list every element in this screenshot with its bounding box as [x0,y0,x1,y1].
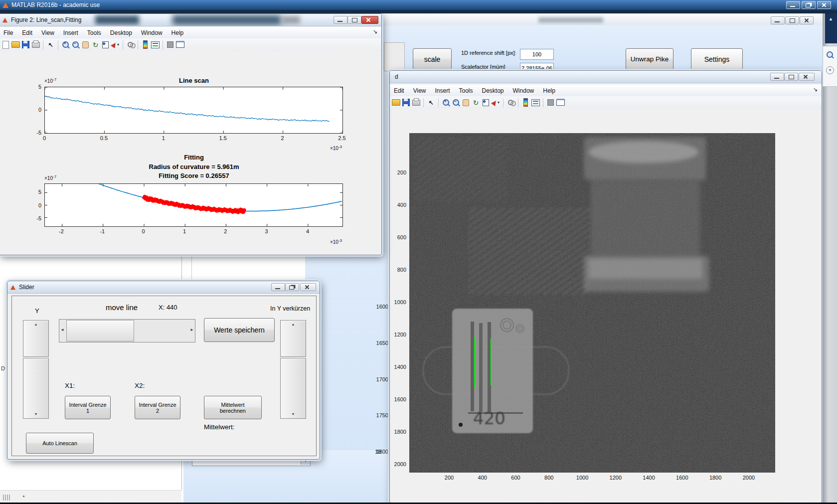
move-line-slider-track[interactable]: ◄ ► [59,319,195,342]
werte-speichern-button[interactable]: Werte speichern [204,318,275,342]
menu-item[interactable]: Desktop [482,87,504,94]
save-icon[interactable] [402,98,410,107]
dock-arrow-icon[interactable]: ↘ [813,86,818,93]
search-icon[interactable] [827,51,833,58]
interval-grenze1-button[interactable]: Interval Grenze 1 [65,396,111,419]
legend-icon[interactable] [151,40,160,49]
menu-item[interactable]: Tools [87,29,101,36]
slider-titlebar[interactable]: Slider [7,281,320,294]
tick-label: 3 [257,228,277,234]
dock-window-icon[interactable] [176,40,184,49]
menu-item[interactable]: Help [171,29,184,36]
pan-hand-icon[interactable] [462,98,470,107]
menu-item[interactable]: File [3,29,13,36]
in-y-scrollbar-down[interactable]: ▼ [280,358,306,419]
in-y-scrollbar-up[interactable]: ▲ [280,320,306,357]
dock-square-icon[interactable] [166,40,174,49]
dock-window-icon[interactable] [556,98,565,107]
menu-item[interactable]: Insert [435,87,450,94]
pan-hand-icon[interactable] [81,40,90,49]
slider-thumb[interactable] [66,320,134,341]
zoom-in-icon[interactable]: + [442,98,450,107]
legend-icon[interactable] [531,98,540,107]
figure2-titlebar[interactable]: Figure 2: Line_scan,Fitting [0,14,381,26]
colorbar-icon[interactable] [521,98,530,107]
menu-item[interactable]: Window [513,87,534,94]
tick-label: 2 [273,135,293,141]
pointer-icon[interactable]: ↖ [427,98,435,107]
minimize-button[interactable] [786,1,800,9]
rotate-icon[interactable]: ↻ [472,98,480,107]
pointer-icon[interactable]: ↖ [46,40,55,49]
down-arrow-icon: ▼ [281,412,306,416]
rotate-icon[interactable]: ↻ [91,40,100,49]
minimize-button[interactable] [334,16,347,24]
matlab-main-titlebar[interactable]: MATLAB R2016b - academic use [0,0,837,10]
maximize-button[interactable] [347,16,361,24]
menu-item[interactable]: View [413,87,426,94]
menu-item[interactable]: Edit [394,87,404,94]
tick-label: 1400 [639,475,659,481]
slider-content: Y move line X: 440 In Y verkürzen ▲ ▼ ◄ … [11,296,317,456]
interval-grenze2-button[interactable]: Interval Grenze 2 [135,396,180,419]
y-scrollbar-up[interactable]: ▲ [23,320,49,357]
save-icon[interactable] [21,40,30,49]
menu-item[interactable]: View [41,29,54,36]
maximize-button[interactable] [785,16,799,24]
restore-button[interactable] [802,1,816,9]
auto-linescan-button[interactable]: Auto Linescan [26,433,94,454]
minimize-button[interactable] [271,283,285,291]
linescan-y-exponent: ×10-7 [44,77,56,84]
right-arrow-icon[interactable]: ► [190,328,194,332]
linescan-axes[interactable] [44,87,343,134]
left-arrow-icon[interactable]: ◄ [60,328,64,332]
zoom-out-icon[interactable]: − [71,40,80,49]
scale-button[interactable]: scale [413,48,452,70]
data-cursor-icon[interactable] [101,40,110,49]
close-button[interactable] [361,16,378,24]
restore-button[interactable] [285,283,299,291]
new-figure-icon[interactable] [1,40,10,49]
open-icon[interactable] [11,40,20,49]
image-figure-titlebar[interactable]: d [390,71,822,83]
dock-square-icon[interactable] [546,98,555,107]
close-button[interactable] [799,73,815,81]
menu-item[interactable]: Help [543,87,555,94]
menu-item[interactable]: Window [141,29,163,36]
print-icon[interactable] [412,98,420,107]
interferogram-image[interactable]: 420 [409,133,775,473]
y-scrollbar-down[interactable]: ▼ [23,358,49,419]
colorbar-icon[interactable] [141,40,150,49]
maximize-button[interactable] [784,73,798,81]
dock-arrow-icon[interactable]: ↘ [373,28,377,35]
scalefactor-label: Scalefactor [müm] [461,64,505,70]
collapse-up-icon[interactable]: ▲ [829,16,833,21]
menu-item[interactable]: Edit [22,29,32,36]
close-button[interactable] [817,1,831,9]
ref-shift-field[interactable]: 100 [520,49,554,60]
minimize-button[interactable] [771,16,785,24]
settings-button[interactable]: Settings [691,48,743,70]
dropdown-circle-icon[interactable]: ▾ [826,66,834,74]
fitting-axes[interactable] [44,183,343,227]
close-button[interactable] [300,283,316,291]
brush-icon[interactable]: ▾ [111,40,120,49]
link-plots-icon[interactable] [126,40,135,49]
menu-item[interactable]: Insert [63,29,78,36]
resize-grip-icon[interactable] [3,494,11,503]
menu-item[interactable]: Desktop [110,29,132,36]
data-cursor-icon[interactable] [482,98,490,107]
open-icon[interactable] [392,98,400,107]
grip-up-icon[interactable]: ▲ [22,494,25,498]
unwrap-pike-button[interactable]: Unwrap Pike [626,48,673,70]
brush-icon[interactable]: ▾ [492,98,500,107]
menu-item[interactable]: Tools [459,87,473,94]
link-plots-icon[interactable] [506,98,515,107]
mittelwert-berechnen-button[interactable]: Mittelwert berechnen [204,396,262,419]
zoom-out-icon[interactable]: − [452,98,460,107]
print-icon[interactable] [31,40,40,49]
minimize-button[interactable] [770,73,784,81]
tick-label: 1600 [390,396,406,402]
zoom-in-icon[interactable]: + [61,40,70,49]
close-button[interactable] [800,16,814,24]
